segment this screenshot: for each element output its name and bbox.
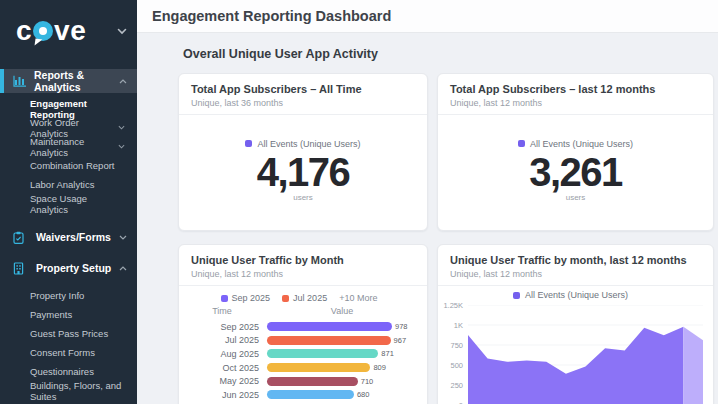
bar[interactable] (267, 363, 370, 372)
top-bar: Engagement Reporting Dashboard (137, 0, 718, 33)
location-pin-icon (33, 21, 53, 41)
legend-item: Jul 2025 (282, 293, 327, 303)
bar-chart-row: Jun 2025680 (179, 388, 419, 402)
bar[interactable] (267, 377, 358, 386)
area-series[interactable] (468, 327, 683, 404)
y-axis-tick: 500 (450, 361, 463, 370)
sidebar-item-label: Property Setup (36, 262, 111, 274)
reports-sub-list: Engagement Reporting Work Order Analytic… (0, 93, 137, 218)
bar-row-value: 967 (394, 336, 407, 345)
bar-row-label: Oct 2025 (179, 363, 267, 373)
legend-swatch (513, 292, 520, 299)
kpi-value: 4,176 (257, 152, 350, 192)
bar-chart-icon (13, 75, 27, 87)
sidebar-item-label: Reports & Analytics (34, 69, 119, 93)
cove-logo[interactable]: c ve (16, 17, 86, 45)
chevron-up-icon[interactable] (119, 266, 127, 271)
area-series-partial[interactable] (683, 327, 703, 404)
bar-chart-row: Sep 2025978 (179, 320, 419, 334)
bar-chart-row: May 2025710 (179, 374, 419, 388)
sidebar-item-payments[interactable]: Payments (0, 305, 137, 324)
logo-text-suffix: ve (54, 17, 86, 45)
bar-chart-row: Jul 2025967 (179, 334, 419, 348)
bar-chart-column-headers: Time Value (179, 306, 419, 316)
bar-chart-rows: Sep 2025978Jul 2025967Aug 2025871Oct 202… (179, 320, 419, 404)
bar-row-label: Jul 2025 (179, 335, 267, 345)
legend-label: Jul 2025 (293, 293, 327, 303)
bar-chart: Sep 2025 Jul 2025 +10 More Time Value Se… (179, 286, 427, 404)
sidebar: c ve Reports & Analytics Engagement Repo… (0, 0, 137, 404)
bar[interactable] (267, 336, 391, 345)
bar-row-label: May 2025 (179, 376, 267, 386)
card-subtitle: Unique, last 12 months (450, 269, 701, 279)
logo-row: c ve (0, 0, 137, 58)
area-chart[interactable]: 02505007501K1.25KOctoberJanuaryAprilJuly… (468, 305, 703, 404)
y-axis-tick: 1K (454, 321, 463, 330)
sidebar-item-guest-pass-prices[interactable]: Guest Pass Prices (0, 324, 137, 343)
legend-swatch (282, 295, 289, 302)
sidebar-item-property-info[interactable]: Property Info (0, 286, 137, 305)
bar-row-label: Jun 2025 (179, 390, 267, 400)
legend-label: Sep 2025 (232, 293, 271, 303)
kpi-legend: All Events (Unique Users) (245, 139, 360, 149)
sidebar-item-questionnaires[interactable]: Questionnaires (0, 362, 137, 381)
sidebar-nav: Reports & Analytics Engagement Reporting… (0, 69, 137, 404)
chevron-down-icon[interactable] (118, 144, 125, 149)
chevron-down-icon[interactable] (117, 28, 127, 35)
card-traffic-by-month: Unique User Traffic by Month Unique, las… (178, 244, 428, 404)
sidebar-item-space-usage-analytics[interactable]: Space Usage Analytics (0, 194, 137, 213)
building-icon (13, 262, 29, 275)
bar[interactable] (267, 349, 378, 358)
bar[interactable] (267, 322, 392, 331)
legend-swatch (221, 295, 228, 302)
kpi-legend: All Events (Unique Users) (518, 139, 633, 149)
bar-row-value: 710 (361, 377, 374, 386)
sidebar-item-label: Waivers/Forms (36, 231, 111, 243)
card-traffic-area: Unique User Traffic by month, last 12 mo… (437, 244, 714, 404)
bar-row-value: 680 (357, 390, 370, 399)
legend-label: All Events (Unique Users) (525, 290, 628, 300)
bar-chart-row: Oct 2025809 (179, 361, 419, 375)
bar-chart-legend: Sep 2025 Jul 2025 +10 More (179, 293, 419, 303)
legend-swatch (518, 140, 525, 147)
area-chart-legend: All Events (Unique Users) (438, 290, 703, 300)
sidebar-item-consent-forms[interactable]: Consent Forms (0, 343, 137, 362)
sidebar-item-buildings-floors-suites[interactable]: Buildings, Floors, and Suites (0, 381, 137, 400)
legend-label: All Events (Unique Users) (530, 139, 633, 149)
kpi-value: 3,261 (529, 152, 622, 192)
card-subscribers-all-time: Total App Subscribers – All Time Unique,… (178, 73, 428, 231)
bar-row-label: Sep 2025 (179, 322, 267, 332)
card-title: Total App Subscribers – All Time (191, 83, 415, 95)
bar[interactable] (267, 390, 354, 399)
y-axis-tick: 250 (450, 381, 463, 390)
sidebar-item-reports-analytics[interactable]: Reports & Analytics (0, 69, 137, 93)
chevron-down-icon[interactable] (119, 235, 127, 240)
sidebar-item-property-setup[interactable]: Property Setup (0, 256, 137, 280)
sidebar-item-work-order-analytics[interactable]: Work Order Analytics (0, 118, 137, 137)
legend-label: All Events (Unique Users) (257, 139, 360, 149)
bar-chart-row: Aug 2025871 (179, 347, 419, 361)
clipboard-icon (13, 231, 29, 244)
column-header-value: Value (265, 306, 419, 316)
sidebar-item-labor-analytics[interactable]: Labor Analytics (0, 175, 137, 194)
sidebar-item-combination-report[interactable]: Combination Report (0, 156, 137, 175)
cards-grid: Total App Subscribers – All Time Unique,… (178, 73, 712, 404)
dashboard-content: Overall Unique User App Activity Total A… (137, 34, 718, 404)
card-subtitle: Unique, last 12 months (450, 98, 701, 108)
legend-more[interactable]: +10 More (339, 293, 377, 303)
sidebar-item-maintenance-analytics[interactable]: Maintenance Analytics (0, 137, 137, 156)
y-axis-tick: 1.25K (443, 301, 463, 310)
card-subscribers-12mo: Total App Subscribers – last 12 months U… (437, 73, 714, 231)
property-sub-list: Property Info Payments Guest Pass Prices… (0, 280, 137, 404)
sidebar-item-waivers-forms[interactable]: Waivers/Forms (0, 225, 137, 249)
legend-swatch (245, 140, 252, 147)
area-chart-svg (468, 305, 703, 404)
card-title: Total App Subscribers – last 12 months (450, 83, 701, 95)
bar-row-value: 871 (381, 349, 394, 358)
chevron-down-icon[interactable] (118, 125, 125, 130)
card-title: Unique User Traffic by Month (191, 254, 415, 266)
sidebar-item-engagement-reporting[interactable]: Engagement Reporting (0, 99, 137, 118)
chevron-up-icon[interactable] (119, 79, 127, 84)
y-axis-tick: 750 (450, 341, 463, 350)
y-axis-tick: 0 (459, 401, 463, 404)
